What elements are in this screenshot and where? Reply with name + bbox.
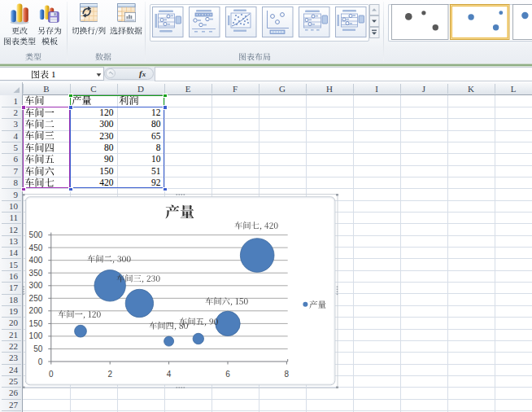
svg-text:150: 150 (29, 319, 43, 328)
svg-text:6: 6 (225, 370, 230, 379)
svg-text:50: 50 (33, 344, 43, 353)
svg-text:2: 2 (107, 370, 112, 379)
svg-text:500: 500 (29, 230, 43, 239)
svg-text:300: 300 (29, 281, 43, 290)
svg-text:0: 0 (38, 357, 43, 366)
svg-text:0: 0 (49, 370, 54, 379)
svg-text:250: 250 (29, 294, 43, 303)
svg-text:4: 4 (167, 370, 172, 379)
svg-text:450: 450 (29, 243, 43, 252)
svg-text:400: 400 (29, 256, 43, 265)
svg-text:350: 350 (29, 269, 43, 278)
svg-text:8: 8 (285, 370, 290, 379)
svg-text:200: 200 (29, 306, 43, 315)
svg-text:100: 100 (29, 331, 43, 340)
